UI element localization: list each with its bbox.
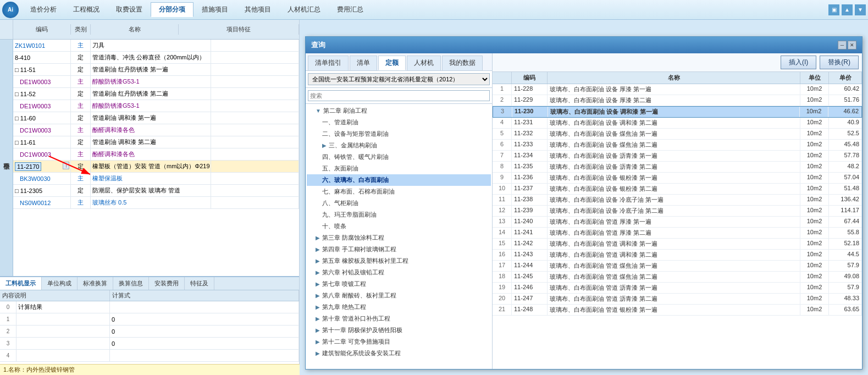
tree-item-8[interactable]: 八、气柜刷油	[307, 197, 491, 209]
tree-item-chapter9[interactable]: ▶ 第九章 绝热工程	[307, 301, 491, 313]
query-tab-qingdan[interactable]: 清单	[350, 56, 377, 70]
nav-btn-up[interactable]: ▲	[842, 4, 853, 15]
tab-huansuanxinxi[interactable]: 换算信息	[113, 277, 149, 290]
result-row-19[interactable]: 19 11-246 玻璃布、白布面刷油 管道 沥青漆 第一遍 10m2 57.9	[493, 283, 862, 294]
result-row-8[interactable]: 8 11-235 玻璃布、白布面刷油 设备 沥青漆 第二遍 10m2 48.2	[493, 162, 862, 173]
tree-item-label: 第七章 喷镀工程	[322, 280, 366, 288]
result-row-3-selected[interactable]: 3 11-230 玻璃布、白布面刷油 设备 调和漆 第一遍 10m2 46.62	[493, 106, 862, 118]
result-row-16[interactable]: 16 11-243 玻璃布、白布面刷油 管道 调和漆 第二遍 10m2 44.5	[493, 250, 862, 261]
table-row[interactable]: BK3W0030 主 橡塑保温板	[13, 173, 299, 185]
replace-button[interactable]: 替换(R)	[820, 56, 859, 69]
tree-item-5[interactable]: 五、灰面刷油	[307, 163, 491, 174]
tree-item-label: 八、气柜刷油	[322, 199, 358, 207]
result-row-13[interactable]: 13 11-240 玻璃布、白布面刷油 管道 厚漆 第一遍 10m2 67.44	[493, 217, 862, 228]
insert-button[interactable]: 插入(I)	[781, 56, 816, 69]
table-row[interactable]: DC1W0003 主 酚醛调和漆各色	[13, 124, 299, 136]
list-item[interactable]: 0 计算结果	[0, 301, 299, 313]
query-tab-mydata[interactable]: 我的数据	[442, 56, 483, 70]
search-input[interactable]	[308, 90, 490, 101]
tree-item-chapter11[interactable]: ▶ 第十一章 阴极保护及牺牲阳极	[307, 324, 491, 336]
query-tab-rencaiji[interactable]: 人材机	[407, 56, 441, 70]
nav-tab-fenbufenxiang[interactable]: 分部分项	[151, 2, 193, 17]
list-item[interactable]: 4	[0, 350, 299, 362]
result-row-10[interactable]: 10 11-237 玻璃布、白布面刷油 设备 银粉漆 第二遍 10m2 51.4…	[493, 184, 862, 195]
tab-gongliaoji[interactable]: 工料机显示	[0, 277, 42, 290]
tab-tezheng[interactable]: 特征及	[185, 277, 214, 290]
table-row[interactable]: ZK1W0101 主 刀具	[13, 40, 299, 52]
nav-tab-cuoshi[interactable]: 措施项目	[193, 2, 236, 17]
modal-close-btn[interactable]: ✕	[848, 41, 856, 49]
table-row[interactable]: NS0W0012 主 玻璃丝布 0.5	[13, 197, 299, 209]
tree-item-2[interactable]: 二、设备与矩形管道刷油	[307, 128, 491, 140]
tree-item-10[interactable]: 十、喷条	[307, 220, 491, 232]
result-row-11[interactable]: 11 11-238 玻璃布、白布面刷油 设备 冷底子油 第一遍 10m2 136…	[493, 195, 862, 206]
result-row-14[interactable]: 14 11-241 玻璃布、白布面刷油 管道 厚漆 第二遍 10m2 55.8	[493, 228, 862, 239]
result-row-17[interactable]: 17 11-244 玻璃布、白布面刷油 管道 煤焦油 第一遍 10m2 57.9	[493, 261, 862, 272]
list-item[interactable]: 3 0	[0, 338, 299, 350]
table-row[interactable]: □ 11-60 定 管道刷油 调和漆 第一遍	[13, 112, 299, 124]
nav-tab-rencaiji[interactable]: 人材机汇总	[279, 2, 329, 17]
result-row-12[interactable]: 12 11-239 玻璃布、白布面刷油 设备 冷底子油 第二遍 10m2 114…	[493, 206, 862, 217]
modal-minimize-btn[interactable]: ─	[838, 41, 847, 49]
query-tab-qingdan-zhiyin[interactable]: 清单指引	[308, 56, 349, 70]
table-row[interactable]: DE1W0003 主 醇酸防锈漆G53-1	[13, 76, 299, 88]
tree-item-chapter8[interactable]: ▶ 第八章 耐酸砖、板衬里工程	[307, 290, 491, 301]
table-row[interactable]: DE1W0003 主 醇酸防锈漆G53-1	[13, 100, 299, 112]
tree-item-chapter10[interactable]: ▶ 第十章 管道补口补伤工程	[307, 313, 491, 324]
tree-item-4[interactable]: 四、铸铁管、暖气片刷油	[307, 151, 491, 163]
result-row-9[interactable]: 9 11-236 玻璃布、白布面刷油 设备 银粉漆 第一遍 10m2 57.04	[493, 173, 862, 184]
result-row-5[interactable]: 5 11-232 玻璃布、白布面刷油 设备 煤焦油 第一遍 10m2 52.5	[493, 129, 862, 140]
tree-item-chapter7[interactable]: ▶ 第七章 喷镀工程	[307, 278, 491, 290]
table-row[interactable]: □ 11-52 定 管道刷油 红丹防锈漆 第二遍	[13, 88, 299, 100]
result-row-2[interactable]: 2 11-229 玻璃布、白布面刷油 设备 厚漆 第二遍 10m2 51.76	[493, 95, 862, 106]
list-item[interactable]: 2 0	[0, 326, 299, 338]
nav-tab-qita[interactable]: 其他项目	[236, 2, 279, 17]
tree-item-chapter6[interactable]: ▶ 第六章 衬铅及镶铅工程	[307, 267, 491, 278]
table-row-highlighted[interactable]: 11-2170 ⋮ 定 橡塑板（管道）安装 管道（mm以内）Φ219	[13, 161, 299, 173]
tree-item-chapter12[interactable]: ▶ 第十二章 可竞争措施项目	[307, 336, 491, 348]
nav-btn-down[interactable]: ▼	[855, 4, 866, 15]
list-item[interactable]: 1 0	[0, 313, 299, 326]
header-name: 名称	[91, 24, 179, 35]
tree-item-chapter3[interactable]: ▶ 第三章 防腐蚀涂料工程	[307, 232, 491, 244]
left-table[interactable]: ZK1W0101 主 刀具 8-410 定 管道消毒、冲洗 公称直径（200mm…	[13, 40, 299, 276]
result-row-4[interactable]: 4 11-231 玻璃布、白布面刷油 设备 调和漆 第二遍 10m2 40.9	[493, 118, 862, 129]
query-tree[interactable]: ▼ 第二章 刷油工程 一、管道刷油 二、设备与矩形管道刷油 ▶ 三、金属结构刷油	[306, 104, 492, 369]
tree-item-label: 七、麻布面、石棉布面刷油	[322, 187, 395, 196]
tree-item-9[interactable]: 九、玛王帝脂面刷油	[307, 209, 491, 220]
tab-biaozhun[interactable]: 标准换算	[78, 277, 113, 290]
result-row-20[interactable]: 20 11-247 玻璃布、白布面刷油 管道 沥青漆 第二遍 10m2 48.3…	[493, 294, 862, 305]
quota-select[interactable]: 全国统一安装工程预算定额河北省消耗量定额（2012）	[308, 73, 490, 85]
nav-tab-feiyong[interactable]: 费用汇总	[329, 2, 372, 17]
tree-item-jianzhu[interactable]: ▶ 建筑智能化系统设备安装工程	[307, 348, 491, 359]
tree-item-chapter5[interactable]: ▶ 第五章 橡胶板及塑料板衬里工程	[307, 255, 491, 267]
query-tab-dinge[interactable]: 定额	[378, 56, 406, 70]
tree-item-1[interactable]: 一、管道刷油	[307, 117, 491, 128]
tree-item-label: 第八章 耐酸砖、板衬里工程	[322, 291, 396, 300]
left-content: 整个项目 ZK1W0101 主 刀具 8-410 定 管道消毒、冲洗 公称直径（…	[0, 40, 299, 276]
tree-item-6-selected[interactable]: 六、玻璃布、白布面刷油	[307, 174, 491, 186]
tree-item-chapter2[interactable]: ▼ 第二章 刷油工程	[307, 105, 491, 117]
result-row-21[interactable]: 21 11-248 玻璃布、白布面刷油 管道 银粉漆 第一遍 10m2 63.6…	[493, 305, 862, 316]
result-row-6[interactable]: 6 11-233 玻璃布、白布面刷油 设备 煤焦油 第二遍 10m2 45.48	[493, 140, 862, 151]
result-row-1[interactable]: 1 11-228 玻璃布、白布面刷油 设备 厚漆 第一遍 10m2 60.42	[493, 84, 862, 95]
table-row[interactable]: DC1W0003 主 酚醛调和漆各色	[13, 148, 299, 161]
tab-anzhuangfeiyong[interactable]: 安装费用	[149, 277, 185, 290]
result-row-18[interactable]: 18 11-245 玻璃布、白布面刷油 管道 煤焦油 第二遍 10m2 49.0…	[493, 272, 862, 283]
nav-tab-qufei[interactable]: 取费设置	[108, 2, 151, 17]
query-result-table[interactable]: 1 11-228 玻璃布、白布面刷油 设备 厚漆 第一遍 10m2 60.42 …	[493, 84, 862, 369]
table-row[interactable]: □ 11-51 定 管道刷油 红丹防锈漆 第一遍	[13, 64, 299, 76]
nav-tab-zaojia[interactable]: 造价分析	[22, 2, 65, 17]
nav-tab-gongcheng[interactable]: 工程概况	[65, 2, 108, 17]
result-row-15[interactable]: 15 11-242 玻璃布、白布面刷油 管道 调和漆 第一遍 10m2 52.1…	[493, 239, 862, 250]
result-row-7[interactable]: 7 11-234 玻璃布、白布面刷油 设备 沥青漆 第一遍 10m2 57.78	[493, 151, 862, 162]
tree-item-chapter4[interactable]: ▶ 第四章 手工糊衬玻璃钢工程	[307, 244, 491, 255]
bottom-header-desc: 内容说明	[0, 290, 110, 301]
table-row[interactable]: 8-410 定 管道消毒、冲洗 公称直径（200mm以内）	[13, 52, 299, 64]
tab-danweigoucheng[interactable]: 单位构成	[42, 277, 78, 290]
tree-item-3[interactable]: ▶ 三、金属结构刷油	[307, 140, 491, 151]
table-row[interactable]: □ 11-61 定 管道刷油 调和漆 第二遍	[13, 136, 299, 148]
tree-item-7[interactable]: 七、麻布面、石棉布面刷油	[307, 186, 491, 197]
nav-btn-panel[interactable]: ▣	[828, 4, 839, 15]
table-row[interactable]: □ 11-2305 定 防潮层、保护层安装 玻璃布 管道	[13, 185, 299, 197]
